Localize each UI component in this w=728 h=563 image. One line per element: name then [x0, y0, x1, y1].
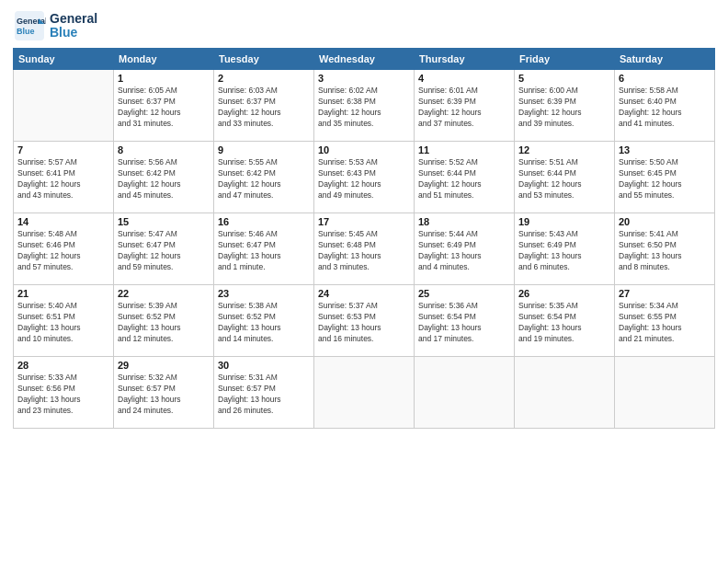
day-number: 12 [518, 144, 610, 155]
day-info: Sunrise: 5:51 AM Sunset: 6:44 PM Dayligh… [518, 157, 610, 201]
header: General Blue General Blue [13, 9, 715, 42]
page-container: General Blue General Blue SundayMondayTu… [0, 0, 728, 438]
weekday-header-thursday: Thursday [415, 49, 515, 70]
day-info: Sunrise: 5:47 AM Sunset: 6:47 PM Dayligh… [118, 229, 210, 273]
calendar-cell: 21Sunrise: 5:40 AM Sunset: 6:51 PM Dayli… [14, 285, 114, 357]
calendar-cell [415, 357, 515, 429]
day-number: 23 [218, 288, 310, 299]
calendar-cell: 2Sunrise: 6:03 AM Sunset: 6:37 PM Daylig… [214, 70, 314, 142]
day-info: Sunrise: 5:45 AM Sunset: 6:48 PM Dayligh… [318, 229, 410, 273]
calendar-cell [14, 70, 114, 142]
day-info: Sunrise: 6:01 AM Sunset: 6:39 PM Dayligh… [418, 86, 510, 130]
day-number: 3 [318, 73, 410, 84]
day-number: 30 [218, 360, 310, 371]
day-number: 5 [518, 73, 610, 84]
day-info: Sunrise: 5:35 AM Sunset: 6:54 PM Dayligh… [518, 301, 610, 345]
calendar-cell: 22Sunrise: 5:39 AM Sunset: 6:52 PM Dayli… [114, 285, 214, 357]
day-info: Sunrise: 5:52 AM Sunset: 6:44 PM Dayligh… [418, 157, 510, 201]
day-info: Sunrise: 5:57 AM Sunset: 6:41 PM Dayligh… [17, 157, 109, 201]
day-number: 6 [619, 73, 711, 84]
day-number: 15 [118, 216, 210, 227]
day-info: Sunrise: 5:31 AM Sunset: 6:57 PM Dayligh… [218, 373, 310, 417]
calendar-cell: 29Sunrise: 5:32 AM Sunset: 6:57 PM Dayli… [114, 357, 214, 429]
calendar-cell: 7Sunrise: 5:57 AM Sunset: 6:41 PM Daylig… [14, 142, 114, 213]
weekday-header-monday: Monday [114, 49, 214, 70]
calendar-cell: 30Sunrise: 5:31 AM Sunset: 6:57 PM Dayli… [214, 357, 314, 429]
calendar-cell: 27Sunrise: 5:34 AM Sunset: 6:55 PM Dayli… [615, 285, 715, 357]
day-number: 21 [17, 288, 109, 299]
weekday-header-friday: Friday [515, 49, 615, 70]
calendar-body: 1Sunrise: 6:05 AM Sunset: 6:37 PM Daylig… [14, 70, 715, 429]
calendar-cell [515, 357, 615, 429]
day-info: Sunrise: 6:03 AM Sunset: 6:37 PM Dayligh… [218, 86, 310, 130]
day-info: Sunrise: 5:55 AM Sunset: 6:42 PM Dayligh… [218, 157, 310, 201]
day-number: 16 [218, 216, 310, 227]
day-info: Sunrise: 5:43 AM Sunset: 6:49 PM Dayligh… [518, 229, 610, 273]
day-info: Sunrise: 5:53 AM Sunset: 6:43 PM Dayligh… [318, 157, 410, 201]
day-number: 28 [17, 360, 109, 371]
day-info: Sunrise: 5:40 AM Sunset: 6:51 PM Dayligh… [17, 301, 109, 345]
weekday-header-tuesday: Tuesday [214, 49, 314, 70]
week-row-4: 21Sunrise: 5:40 AM Sunset: 6:51 PM Dayli… [14, 285, 715, 357]
day-info: Sunrise: 6:05 AM Sunset: 6:37 PM Dayligh… [118, 86, 210, 130]
day-number: 18 [418, 216, 510, 227]
day-info: Sunrise: 5:48 AM Sunset: 6:46 PM Dayligh… [17, 229, 109, 273]
svg-rect-0 [15, 11, 44, 40]
week-row-5: 28Sunrise: 5:33 AM Sunset: 6:56 PM Dayli… [14, 357, 715, 429]
calendar-cell [314, 357, 415, 429]
calendar-cell: 5Sunrise: 6:00 AM Sunset: 6:39 PM Daylig… [515, 70, 615, 142]
calendar-cell: 12Sunrise: 5:51 AM Sunset: 6:44 PM Dayli… [515, 142, 615, 213]
calendar-table: SundayMondayTuesdayWednesdayThursdayFrid… [13, 48, 715, 429]
calendar-cell: 6Sunrise: 5:58 AM Sunset: 6:40 PM Daylig… [615, 70, 715, 142]
weekday-header-sunday: Sunday [14, 49, 114, 70]
week-row-2: 7Sunrise: 5:57 AM Sunset: 6:41 PM Daylig… [14, 142, 715, 213]
calendar-cell: 3Sunrise: 6:02 AM Sunset: 6:38 PM Daylig… [314, 70, 415, 142]
calendar-cell: 19Sunrise: 5:43 AM Sunset: 6:49 PM Dayli… [515, 213, 615, 285]
weekday-header-wednesday: Wednesday [314, 49, 415, 70]
svg-text:General: General [17, 17, 46, 26]
calendar-cell: 13Sunrise: 5:50 AM Sunset: 6:45 PM Dayli… [615, 142, 715, 213]
calendar-cell: 9Sunrise: 5:55 AM Sunset: 6:42 PM Daylig… [214, 142, 314, 213]
day-number: 13 [619, 144, 711, 155]
day-number: 24 [318, 288, 410, 299]
calendar-cell: 26Sunrise: 5:35 AM Sunset: 6:54 PM Dayli… [515, 285, 615, 357]
logo: General Blue General Blue [13, 9, 97, 42]
calendar-cell: 25Sunrise: 5:36 AM Sunset: 6:54 PM Dayli… [415, 285, 515, 357]
calendar-cell: 23Sunrise: 5:38 AM Sunset: 6:52 PM Dayli… [214, 285, 314, 357]
calendar-cell: 14Sunrise: 5:48 AM Sunset: 6:46 PM Dayli… [14, 213, 114, 285]
calendar-cell: 16Sunrise: 5:46 AM Sunset: 6:47 PM Dayli… [214, 213, 314, 285]
day-number: 4 [418, 73, 510, 84]
day-number: 7 [17, 144, 109, 155]
day-info: Sunrise: 5:36 AM Sunset: 6:54 PM Dayligh… [418, 301, 510, 345]
day-info: Sunrise: 5:32 AM Sunset: 6:57 PM Dayligh… [118, 373, 210, 417]
day-number: 27 [619, 288, 711, 299]
week-row-1: 1Sunrise: 6:05 AM Sunset: 6:37 PM Daylig… [14, 70, 715, 142]
logo-general: General [50, 12, 97, 26]
calendar-cell: 4Sunrise: 6:01 AM Sunset: 6:39 PM Daylig… [415, 70, 515, 142]
calendar-cell: 10Sunrise: 5:53 AM Sunset: 6:43 PM Dayli… [314, 142, 415, 213]
weekday-header-row: SundayMondayTuesdayWednesdayThursdayFrid… [14, 49, 715, 70]
day-number: 20 [619, 216, 711, 227]
day-number: 10 [318, 144, 410, 155]
calendar-cell: 1Sunrise: 6:05 AM Sunset: 6:37 PM Daylig… [114, 70, 214, 142]
day-number: 17 [318, 216, 410, 227]
calendar-cell: 11Sunrise: 5:52 AM Sunset: 6:44 PM Dayli… [415, 142, 515, 213]
day-info: Sunrise: 5:38 AM Sunset: 6:52 PM Dayligh… [218, 301, 310, 345]
day-number: 8 [118, 144, 210, 155]
week-row-3: 14Sunrise: 5:48 AM Sunset: 6:46 PM Dayli… [14, 213, 715, 285]
calendar-cell: 20Sunrise: 5:41 AM Sunset: 6:50 PM Dayli… [615, 213, 715, 285]
day-number: 26 [518, 288, 610, 299]
day-info: Sunrise: 5:34 AM Sunset: 6:55 PM Dayligh… [619, 301, 711, 345]
day-info: Sunrise: 5:39 AM Sunset: 6:52 PM Dayligh… [118, 301, 210, 345]
day-info: Sunrise: 5:58 AM Sunset: 6:40 PM Dayligh… [619, 86, 711, 130]
day-info: Sunrise: 5:44 AM Sunset: 6:49 PM Dayligh… [418, 229, 510, 273]
calendar-cell: 18Sunrise: 5:44 AM Sunset: 6:49 PM Dayli… [415, 213, 515, 285]
day-info: Sunrise: 5:37 AM Sunset: 6:53 PM Dayligh… [318, 301, 410, 345]
calendar-cell: 15Sunrise: 5:47 AM Sunset: 6:47 PM Dayli… [114, 213, 214, 285]
day-number: 29 [118, 360, 210, 371]
day-info: Sunrise: 5:50 AM Sunset: 6:45 PM Dayligh… [619, 157, 711, 201]
calendar-cell [615, 357, 715, 429]
day-number: 22 [118, 288, 210, 299]
calendar-cell: 17Sunrise: 5:45 AM Sunset: 6:48 PM Dayli… [314, 213, 415, 285]
day-number: 9 [218, 144, 310, 155]
